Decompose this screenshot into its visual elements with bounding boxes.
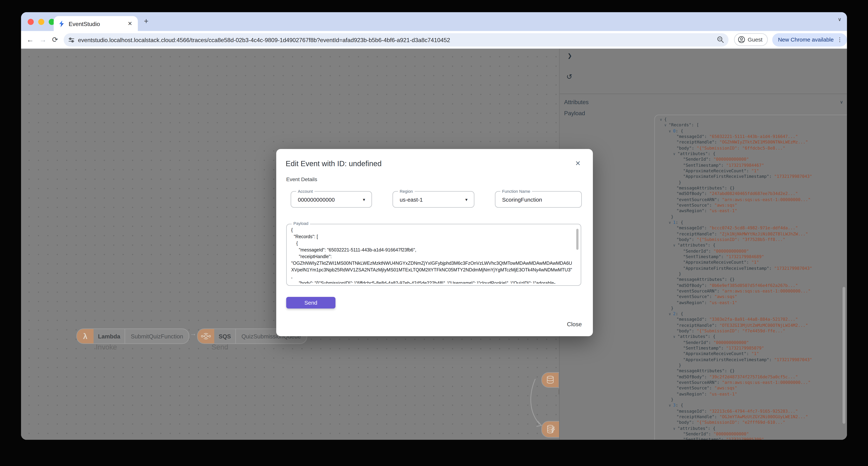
json-line: "ApproximateReceiveCount": "1" bbox=[659, 351, 847, 357]
account-value: 000000000000 bbox=[291, 197, 362, 203]
json-line: "messageId": "3303e2fa-8a91-44a8-884a-52… bbox=[659, 317, 847, 323]
site-info-icon[interactable] bbox=[68, 36, 75, 43]
json-line: "ApproximateReceiveCount": "1" bbox=[659, 260, 847, 266]
json-line: "body": "{"SubmissionID": "f7e4459d-ffe.… bbox=[659, 328, 847, 334]
minimize-window-button[interactable] bbox=[38, 19, 44, 25]
guest-label: Guest bbox=[748, 36, 763, 42]
json-line: "awsRegion": "us-east-1" bbox=[659, 300, 847, 306]
tab-search-chevron-icon[interactable]: ∨ bbox=[838, 17, 841, 22]
json-line: ∨ 1: { bbox=[659, 220, 847, 226]
tab-title: EventStudio bbox=[69, 20, 127, 27]
json-line: "SenderId": "000000000000" bbox=[659, 249, 847, 254]
payload-scrollbar[interactable] bbox=[576, 229, 579, 250]
url-text[interactable]: eventstudio.localhost.localstack.cloud:4… bbox=[78, 36, 717, 43]
json-line: "receiptHandle": "Zjk1NjNkMWYtNzJiNi00ZT… bbox=[659, 231, 847, 237]
json-line: "messageId": "32213c66-4794-4fc7-9165-92… bbox=[659, 409, 847, 414]
lambda-icon: λ bbox=[77, 329, 94, 343]
json-line: "messageId": "bccc0742-5cd8-4982-971e-dd… bbox=[659, 226, 847, 231]
json-line: } bbox=[659, 305, 847, 311]
node-dynamodb-bottom[interactable]: DynamoDB bbox=[541, 421, 559, 438]
json-line: "awsRegion": "us-east-1" bbox=[659, 391, 847, 397]
tree-caret-icon[interactable]: ∨ bbox=[669, 312, 673, 316]
json-line: ∨ "Records": [ bbox=[659, 123, 847, 128]
sqs-icon bbox=[197, 329, 214, 343]
tree-caret-icon[interactable]: ∨ bbox=[664, 123, 669, 127]
json-line: "SentTimestamp": "1732179985309" bbox=[659, 437, 847, 440]
json-line: ∨ "attributes": { bbox=[659, 243, 847, 249]
json-line: ∨ { bbox=[659, 117, 847, 123]
json-line: "md5OfBody": "247abd08240465fdd687ee7b34… bbox=[659, 191, 847, 197]
tab-eventstudio[interactable]: EventStudio ✕ bbox=[54, 16, 138, 31]
tree-caret-icon[interactable]: ∨ bbox=[673, 243, 677, 248]
json-line: ∨ 0: { bbox=[659, 128, 847, 134]
payload-json-tree[interactable]: ∨ {∨ "Records": [∨ 0: {"messageId": "650… bbox=[654, 115, 847, 440]
json-line: "md5OfBody": "39c2f2d487374f275716de75a0… bbox=[659, 374, 847, 380]
json-line: ∨ "attributes": { bbox=[659, 151, 847, 157]
chrome-update-pill[interactable]: New Chrome available ⋮ bbox=[772, 33, 847, 46]
account-dropdown-caret-icon[interactable]: ▼ bbox=[362, 198, 371, 201]
tree-caret-icon[interactable]: ∨ bbox=[673, 152, 677, 156]
json-line: ∨ "attributes": { bbox=[659, 426, 847, 432]
region-select[interactable]: Region us-east-1 ▼ bbox=[393, 191, 474, 208]
event-fields-row: Account 000000000000 ▼ Region us-east-1 … bbox=[291, 191, 582, 208]
payload-text[interactable]: { "Records": [ { "messageId": "65032221-… bbox=[291, 227, 573, 284]
back-button[interactable]: ← bbox=[27, 35, 34, 44]
function-name-field[interactable]: Function Name ScoringFunction bbox=[495, 191, 582, 208]
json-line: ∨ 3: { bbox=[659, 403, 847, 409]
chevron-down-icon: ∨ bbox=[840, 99, 843, 105]
json-line: } bbox=[659, 363, 847, 369]
tree-caret-icon[interactable]: ∨ bbox=[669, 129, 673, 133]
collapse-panel-chevron-icon[interactable]: ❯ bbox=[567, 53, 572, 59]
account-select[interactable]: Account 000000000000 ▼ bbox=[291, 191, 372, 208]
json-line: } bbox=[659, 397, 847, 403]
tab-close-icon[interactable]: ✕ bbox=[127, 21, 133, 27]
json-line: } bbox=[659, 271, 847, 277]
node-name-label: SubmitQuizFunction bbox=[125, 329, 189, 343]
json-line: "ApproximateReceiveCount": "1" bbox=[659, 168, 847, 174]
modal-close-icon[interactable]: ✕ bbox=[575, 159, 581, 167]
send-button[interactable]: Send bbox=[286, 297, 336, 309]
tree-caret-icon[interactable]: ∨ bbox=[669, 221, 673, 225]
panel-scrollbar[interactable] bbox=[842, 287, 845, 424]
eventstudio-favicon-icon bbox=[58, 20, 65, 27]
browser-toolbar: ← → ⟳ eventstudio.localhost.localstack.c… bbox=[21, 31, 847, 49]
profile-chip[interactable]: Guest bbox=[734, 33, 768, 46]
forward-button[interactable]: → bbox=[39, 35, 46, 44]
function-name-value: ScoringFunction bbox=[495, 197, 581, 203]
payload-field-label: Payload bbox=[292, 222, 310, 226]
screenshot-stage: EventStudio ✕ + ∨ ← → ⟳ eventstudio.loca… bbox=[0, 0, 868, 466]
new-tab-button[interactable]: + bbox=[144, 17, 149, 25]
tree-caret-icon[interactable]: ∨ bbox=[660, 117, 664, 122]
payload-textarea[interactable]: Payload { "Records": [ { "messageId": "6… bbox=[286, 224, 581, 286]
json-line: "receiptHandle": "OGJmYTAwMzUtZGY2Ni00OG… bbox=[659, 414, 847, 420]
json-line: "body": "{"SubmissionID": "e2fff69d-610.… bbox=[659, 420, 847, 426]
tree-caret-icon[interactable]: ∨ bbox=[669, 403, 673, 408]
region-label: Region bbox=[398, 189, 414, 194]
json-line: "eventSource": "aws:sqs" bbox=[659, 294, 847, 300]
edge-label-send: Send bbox=[212, 343, 228, 351]
json-line: "md5OfBody": "0b6e9ef385d0507d5f46e4f62a… bbox=[659, 283, 847, 289]
tree-caret-icon[interactable]: ∨ bbox=[673, 426, 677, 431]
json-line: ∨ 2: { bbox=[659, 311, 847, 317]
json-line: "eventSourceARN": "arn:aws:sqs:us-east-1… bbox=[659, 380, 847, 386]
json-line: "SenderId": "000000000000" bbox=[659, 340, 847, 346]
close-button[interactable]: Close bbox=[567, 321, 582, 327]
edit-event-modal: Edit Event with ID: undefined ✕ Event De… bbox=[276, 149, 593, 336]
region-value: us-east-1 bbox=[393, 197, 464, 203]
json-line: ∨ "attributes": { bbox=[659, 334, 847, 340]
close-window-button[interactable] bbox=[28, 19, 34, 25]
node-lambda-submitquizfunction[interactable]: λ Lambda SubmitQuizFunction bbox=[76, 328, 189, 344]
tree-caret-icon[interactable]: ∨ bbox=[673, 335, 677, 339]
region-dropdown-caret-icon[interactable]: ▼ bbox=[464, 198, 474, 201]
edge-arrow-icon: → bbox=[190, 329, 196, 337]
reload-button[interactable]: ⟳ bbox=[52, 35, 58, 44]
json-line: "messageAttributes": {} bbox=[659, 277, 847, 283]
json-line: } bbox=[659, 214, 847, 220]
json-line: "SenderId": "000000000000" bbox=[659, 157, 847, 163]
attributes-section-header[interactable]: Attributes ∨ bbox=[564, 98, 843, 105]
menu-kebab-icon[interactable]: ⋮ bbox=[837, 36, 842, 42]
replay-icon[interactable]: ↺ bbox=[566, 72, 572, 81]
zoom-out-indicator-icon[interactable] bbox=[717, 36, 724, 43]
dynamodb-stream-icon bbox=[542, 421, 559, 437]
address-bar[interactable]: eventstudio.localhost.localstack.cloud:4… bbox=[64, 33, 728, 46]
